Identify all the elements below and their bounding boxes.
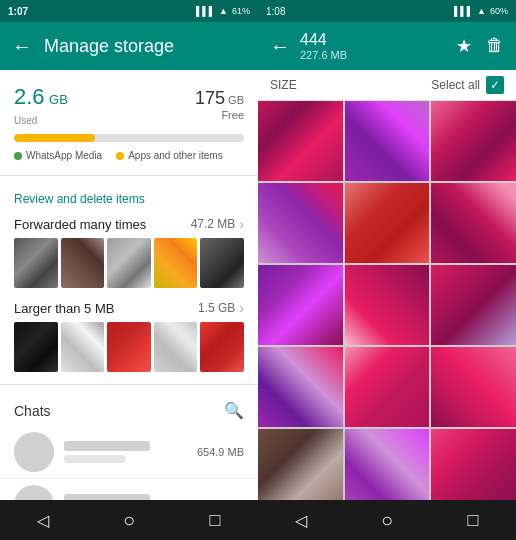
larger-item-header: Larger than 5 MB 1.5 GB › [14,300,244,316]
chat-info-1 [64,441,187,463]
storage-numbers: 2.6 GB Used 175 GB Free [14,84,244,128]
forwarded-item-header: Forwarded many times 47.2 MB › [14,216,244,232]
right-recent-nav-button[interactable] [459,506,487,534]
chevron-icon-2: › [239,300,244,316]
network-icon: ▌▌▌ [196,6,215,16]
chat-sub-bar-1 [64,455,125,463]
dot-yellow [116,152,124,160]
battery-icon: 61% [232,6,250,16]
forwarded-size: 47.2 MB › [191,216,244,232]
right-home-nav-button[interactable] [373,506,401,534]
home-nav-button[interactable] [115,506,143,534]
thumb-1 [14,238,58,288]
grid-cell-6[interactable] [431,183,516,263]
left-panel: 1:07 ▌▌▌ ▲ 61% ← Manage storage 2.6 GB U… [0,0,258,540]
thumb-l4 [154,322,198,372]
thumb-l3 [107,322,151,372]
grid-cell-14[interactable] [345,429,430,500]
recent-nav-button[interactable] [201,506,229,534]
right-battery-icon: 60% [490,6,508,16]
left-time: 1:07 [8,6,28,17]
back-nav-button[interactable] [29,506,57,534]
dot-green [14,152,22,160]
size-bar: SIZE Select all ✓ [258,70,516,101]
right-status-icons: ▌▌▌ ▲ 60% [454,6,508,16]
wifi-icon: ▲ [219,6,228,16]
right-back-button[interactable]: ← [270,35,290,58]
right-nav-bar [258,500,516,540]
larger-thumbnails [14,322,244,372]
forwarded-thumbnails [14,238,244,288]
grid-cell-10[interactable] [258,347,343,427]
right-wifi-icon: ▲ [477,6,486,16]
thumb-5 [200,238,244,288]
select-all-container[interactable]: Select all ✓ [431,76,504,94]
right-contact-name: 444 [300,31,446,49]
right-back-nav-button[interactable] [287,506,315,534]
right-top-bar: ← 444 227.6 MB ★ 🗑 [258,22,516,70]
divider-1 [0,175,258,176]
chat-avatar-2 [14,485,54,500]
chat-item-2[interactable]: 387.9 MB [0,479,258,500]
storage-progress-bar [14,134,244,142]
chat-item-1[interactable]: 654.9 MB [0,426,258,479]
size-label: SIZE [270,78,297,92]
grid-cell-1[interactable] [258,101,343,181]
right-top-bar-icons: ★ 🗑 [456,35,504,57]
photo-grid [258,101,516,500]
grid-cell-12[interactable] [431,347,516,427]
grid-cell-9[interactable] [431,265,516,345]
right-panel: 1:08 ▌▌▌ ▲ 60% ← 444 227.6 MB ★ 🗑 SIZE S… [258,0,516,540]
divider-2 [0,384,258,385]
page-title: Manage storage [44,36,174,57]
right-status-bar: 1:08 ▌▌▌ ▲ 60% [258,0,516,22]
right-top-bar-info: 444 227.6 MB [300,31,446,61]
grid-cell-4[interactable] [258,183,343,263]
left-status-bar: 1:07 ▌▌▌ ▲ 61% [0,0,258,22]
left-content: 2.6 GB Used 175 GB Free WhatsApp Media [0,70,258,500]
search-icon[interactable]: 🔍 [224,401,244,420]
larger-size: 1.5 GB › [198,300,244,316]
review-section-title: Review and delete items [0,182,258,210]
left-status-icons: ▌▌▌ ▲ 61% [196,6,250,16]
right-network-icon: ▌▌▌ [454,6,473,16]
used-storage: 2.6 GB Used [14,84,68,128]
thumb-2 [61,238,105,288]
forwarded-item[interactable]: Forwarded many times 47.2 MB › [0,210,258,294]
legend-whatsapp: WhatsApp Media [14,150,102,161]
right-time: 1:08 [266,6,285,17]
free-storage: 175 GB Free [195,88,244,121]
thumb-4 [154,238,198,288]
chat-size-1: 654.9 MB [197,446,244,458]
thumb-3 [107,238,151,288]
left-nav-bar [0,500,258,540]
grid-cell-2[interactable] [345,101,430,181]
legend-apps: Apps and other items [116,150,223,161]
grid-cell-7[interactable] [258,265,343,345]
chats-header: Chats 🔍 [0,391,258,426]
grid-cell-13[interactable] [258,429,343,500]
right-contact-size: 227.6 MB [300,49,446,61]
grid-cell-11[interactable] [345,347,430,427]
thumb-l5 [200,322,244,372]
grid-cell-8[interactable] [345,265,430,345]
progress-fill [14,134,95,142]
chat-name-bar-1 [64,441,150,451]
chevron-icon-1: › [239,216,244,232]
left-top-bar: ← Manage storage [0,22,258,70]
grid-cell-5[interactable] [345,183,430,263]
star-button[interactable]: ★ [456,35,472,57]
larger-item[interactable]: Larger than 5 MB 1.5 GB › [0,294,258,378]
storage-info: 2.6 GB Used 175 GB Free WhatsApp Media [0,70,258,169]
grid-cell-15[interactable] [431,429,516,500]
grid-cell-3[interactable] [431,101,516,181]
select-all-checkbox[interactable]: ✓ [486,76,504,94]
thumb-l2 [61,322,105,372]
delete-button[interactable]: 🗑 [486,35,504,57]
storage-legend: WhatsApp Media Apps and other items [14,150,244,161]
back-button[interactable]: ← [12,35,32,58]
chat-avatar-1 [14,432,54,472]
thumb-l1 [14,322,58,372]
